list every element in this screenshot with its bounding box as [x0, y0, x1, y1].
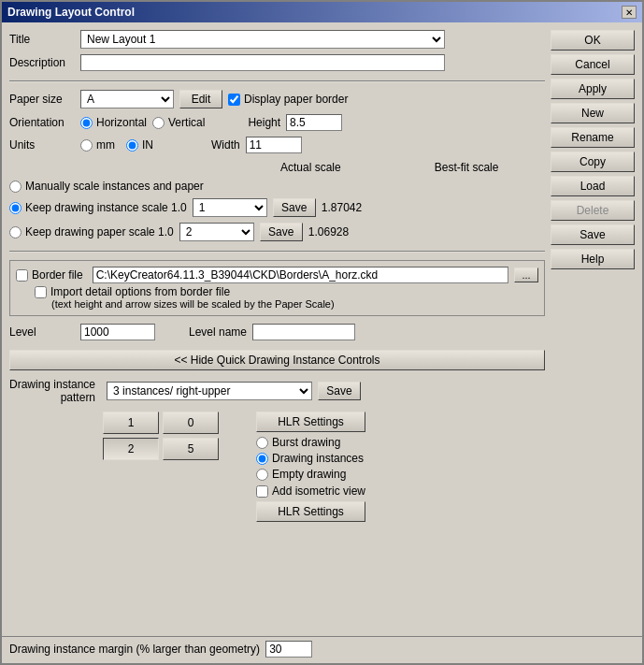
- keep-instance-radio[interactable]: [9, 202, 21, 214]
- quick-controls-section: Drawing instancepattern 3 instances/ rig…: [9, 378, 545, 522]
- burst-label: Burst drawing: [272, 436, 340, 449]
- instance-best-fit: 1.87042: [322, 201, 362, 214]
- paper-scale-select[interactable]: 2: [179, 223, 254, 241]
- pattern-save-btn[interactable]: Save: [318, 382, 361, 400]
- manually-scale-radio-label[interactable]: Manually scale instances and paper: [9, 180, 204, 193]
- pattern-row: Drawing instancepattern 3 instances/ rig…: [9, 378, 545, 404]
- level-name-label: Level name: [189, 325, 247, 339]
- main-panel: Title New Layout 1 Description Paper siz…: [9, 30, 545, 629]
- description-label: Description: [9, 56, 75, 69]
- close-button[interactable]: ✕: [622, 6, 637, 19]
- keep-paper-radio-label[interactable]: Keep drawing paper scale 1.0: [9, 225, 174, 239]
- keep-paper-radio[interactable]: [9, 226, 21, 239]
- title-bar: Drawing Layout Control ✕: [2, 2, 642, 22]
- in-radio-label[interactable]: IN: [126, 138, 153, 152]
- mm-label: mm: [96, 138, 115, 152]
- hlr-settings-btn-2[interactable]: HLR Settings: [256, 501, 365, 522]
- instance-save-btn[interactable]: Save: [273, 198, 316, 217]
- apply-button[interactable]: Apply: [551, 79, 635, 99]
- vertical-label: Vertical: [168, 116, 205, 129]
- burst-radio-label[interactable]: Burst drawing: [256, 436, 365, 449]
- help-button[interactable]: Help: [551, 249, 635, 269]
- keep-instance-label: Keep drawing instance scale 1.0: [25, 201, 187, 214]
- horizontal-radio-label[interactable]: Horizontal: [80, 116, 147, 129]
- drawing-instances-radio-label[interactable]: Drawing instances: [256, 452, 365, 465]
- margin-input[interactable]: 30: [265, 641, 312, 658]
- vertical-radio-label[interactable]: Vertical: [152, 116, 205, 129]
- isometric-label: Add isometric view: [272, 484, 365, 498]
- units-label: Units: [9, 138, 75, 152]
- bottom-row: Drawing instance margin (% larger than g…: [2, 636, 642, 663]
- actual-scale-header: Actual scale: [280, 161, 341, 174]
- orientation-row: Orientation Horizontal Vertical Height 8…: [9, 114, 545, 131]
- border-section: Border file ... Import detail options fr…: [9, 260, 545, 316]
- import-checkbox[interactable]: [35, 286, 47, 298]
- title-bar-buttons: ✕: [622, 6, 637, 19]
- in-radio[interactable]: [126, 139, 138, 152]
- border-path-input[interactable]: [93, 267, 508, 283]
- save-button[interactable]: Save: [551, 224, 635, 245]
- description-input[interactable]: [80, 54, 445, 71]
- isometric-checkbox-label[interactable]: Add isometric view: [256, 484, 365, 498]
- ok-button[interactable]: OK: [551, 30, 635, 51]
- units-row: Units mm IN Width 11: [9, 137, 545, 153]
- delete-button[interactable]: Delete: [551, 200, 635, 221]
- mm-radio-label[interactable]: mm: [80, 138, 115, 152]
- width-input[interactable]: 11: [246, 137, 302, 153]
- border-file-checkbox-label[interactable]: Border file: [16, 268, 83, 282]
- width-label: Width: [211, 138, 240, 152]
- paper-best-fit: 1.06928: [308, 225, 349, 239]
- border-file-row: Border file ...: [16, 267, 538, 283]
- load-button[interactable]: Load: [551, 176, 635, 196]
- vertical-radio[interactable]: [152, 117, 165, 129]
- manually-scale-row: Manually scale instances and paper: [9, 180, 545, 193]
- pattern-select[interactable]: 3 instances/ right-upper: [107, 382, 312, 400]
- level-input[interactable]: 1000: [80, 324, 155, 340]
- level-name-input[interactable]: [252, 324, 355, 340]
- paper-size-select[interactable]: A: [80, 90, 174, 108]
- instance-btn-1[interactable]: 1: [103, 412, 159, 434]
- isometric-checkbox[interactable]: [256, 485, 268, 498]
- border-file-checkbox[interactable]: [16, 269, 28, 282]
- instance-btn-0[interactable]: 0: [163, 412, 219, 434]
- margin-label: Drawing instance margin (% larger than g…: [9, 643, 260, 656]
- keep-paper-label: Keep drawing paper scale 1.0: [25, 225, 174, 239]
- mm-radio[interactable]: [80, 139, 93, 152]
- horizontal-radio[interactable]: [80, 117, 93, 129]
- keep-paper-row: Keep drawing paper scale 1.0 2 Save 1.06…: [9, 223, 545, 241]
- content-area: Title New Layout 1 Description Paper siz…: [2, 22, 642, 636]
- copy-button[interactable]: Copy: [551, 152, 635, 172]
- instance-btn-5[interactable]: 5: [163, 438, 219, 460]
- hlr-section: HLR Settings Burst drawing Drawing insta…: [256, 412, 365, 522]
- empty-label: Empty drawing: [272, 468, 346, 481]
- import-checkbox-label[interactable]: Import detail options from border file: [35, 285, 538, 298]
- instance-btn-2[interactable]: 2: [103, 438, 159, 460]
- display-border-checkbox-label[interactable]: Display paper border: [228, 93, 348, 106]
- display-border-checkbox[interactable]: [228, 94, 240, 106]
- empty-radio-label[interactable]: Empty drawing: [256, 468, 365, 481]
- new-button[interactable]: New: [551, 103, 635, 123]
- import-options: Import detail options from border file (…: [16, 285, 538, 310]
- manually-scale-radio[interactable]: [9, 181, 21, 193]
- instance-grid: 1 0 2 5: [103, 412, 219, 460]
- level-label: Level: [9, 325, 75, 339]
- browse-button[interactable]: ...: [514, 267, 538, 282]
- title-select[interactable]: New Layout 1: [80, 30, 445, 49]
- hlr-settings-btn-1[interactable]: HLR Settings: [256, 412, 365, 432]
- border-file-label: Border file: [32, 268, 83, 282]
- height-input[interactable]: 8.5: [286, 114, 342, 131]
- scale-header: Actual scale Best-fit scale: [9, 159, 545, 176]
- burst-radio[interactable]: [256, 437, 268, 449]
- drawing-instances-radio[interactable]: [256, 453, 268, 465]
- cancel-button[interactable]: Cancel: [551, 54, 635, 75]
- horizontal-label: Horizontal: [96, 116, 147, 129]
- empty-radio[interactable]: [256, 469, 268, 481]
- instance-scale-select[interactable]: 1: [193, 198, 267, 217]
- hide-quick-controls-button[interactable]: << Hide Quick Drawing Instance Controls: [9, 350, 545, 370]
- rename-button[interactable]: Rename: [551, 127, 635, 148]
- edit-button[interactable]: Edit: [179, 90, 222, 108]
- level-row: Level 1000 Level name: [9, 324, 545, 340]
- keep-instance-radio-label[interactable]: Keep drawing instance scale 1.0: [9, 201, 187, 214]
- drawing-mode-radios: Burst drawing Drawing instances Empty dr…: [256, 436, 365, 481]
- paper-save-btn[interactable]: Save: [260, 223, 303, 241]
